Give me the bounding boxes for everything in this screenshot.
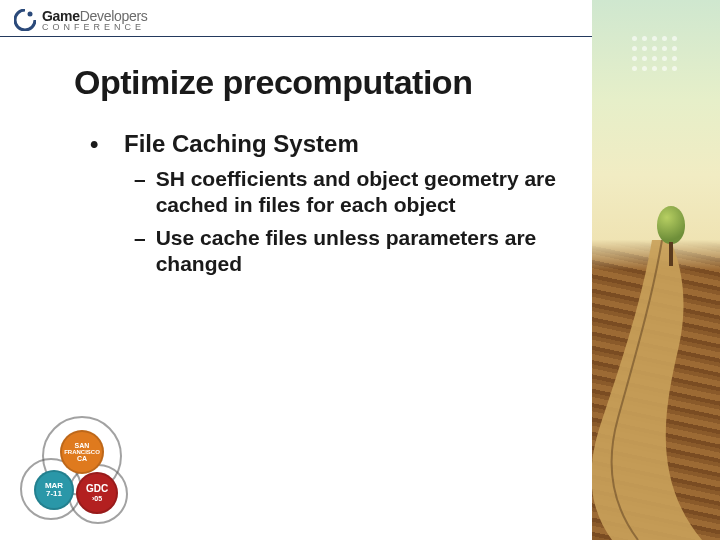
dash-marker: –	[134, 225, 146, 278]
badge-event: GDC ›05	[76, 472, 118, 514]
brand-text: GameDevelopers Conference	[42, 8, 148, 32]
brand-word-conference: Conference	[42, 22, 148, 32]
badge-text: ›05	[92, 495, 102, 502]
brand-logo-icon	[14, 9, 36, 31]
svg-point-0	[28, 12, 33, 17]
badge-text: SAN	[75, 442, 90, 449]
badge-text: GDC	[86, 484, 108, 494]
sub-bullet-item: – Use cache files unless parameters are …	[90, 225, 570, 278]
bullet-marker: •	[90, 130, 110, 158]
bullet-text: File Caching System	[124, 130, 359, 158]
decorative-landscape	[592, 0, 720, 540]
sub-bullet-item: – SH coefficients and object geometry ar…	[90, 166, 570, 219]
sub-bullet-text: SH coefficients and object geometry are …	[156, 166, 570, 219]
bullet-item: • File Caching System	[90, 130, 570, 158]
badge-dates: MAR 7-11	[34, 470, 74, 510]
badge-text: 7-11	[46, 490, 62, 498]
badge-location: SAN FRANCISCO CA	[60, 430, 104, 474]
sub-bullet-text: Use cache files unless parameters are ch…	[156, 225, 570, 278]
badge-text: CA	[77, 455, 87, 462]
tree-icon	[656, 206, 686, 266]
event-badges: SAN FRANCISCO CA MAR 7-11 GDC ›05	[18, 418, 138, 528]
dash-marker: –	[134, 166, 146, 219]
